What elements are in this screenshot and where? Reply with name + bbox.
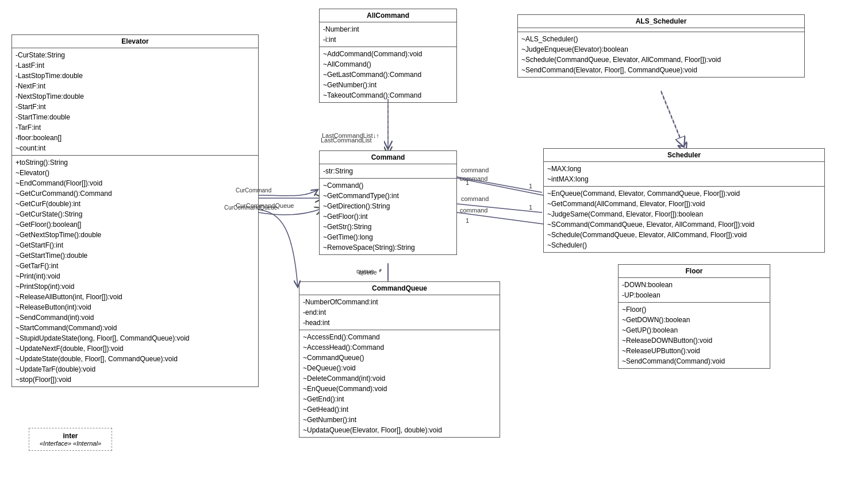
elevator-class: Elevator -CurState:String -LastF:int -La… [11,34,259,387]
allcommand-attributes: -Number:int -i:int [320,22,456,47]
one-label-2: 1 [466,217,469,224]
svg-text:1: 1 [529,204,532,211]
svg-line-3 [457,212,543,224]
commandqueue-class: CommandQueue -NumberOfCommand:int -end:i… [299,281,500,438]
alsscheduler-attributes [518,28,804,32]
svg-line-1 [661,92,684,148]
svg-line-7 [661,91,684,147]
floor-class: Floor -DOWN:boolean -UP:boolean ~Floor()… [618,264,770,369]
diagram-container: Elevator -CurState:String -LastF:int -La… [0,0,868,487]
queue-label: queue [356,268,374,275]
commandqueue-methods: ~AccessEnd():Command ~AccessHead():Comma… [299,330,500,437]
scheduler-attributes: ~MAX:long ~intMAX:long [544,162,824,187]
alsscheduler-methods: ~ALS_Scheduler() ~JudgeEnqueue(Elevator)… [518,32,804,77]
command-methods: ~Command() ~GetCommandType():int ~GetDir… [320,179,456,254]
command-label-1: command [460,175,487,182]
command-class: Command -str:String ~Command() ~GetComma… [319,150,457,255]
scheduler-class: Scheduler ~MAX:long ~intMAX:long ~EnQueu… [543,148,825,253]
elevator-methods: +toString():String ~Elevator() ~EndComma… [12,156,258,386]
interface-stereo: «Interface» «Internal» [35,440,106,447]
command-title: Command [320,151,456,164]
interface-box: inter «Interface» «Internal» [29,428,112,451]
allcommand-class: AllCommand -Number:int -i:int ~AddComman… [319,9,457,103]
svg-text:1: 1 [529,183,532,190]
svg-text:command: command [461,195,489,202]
scheduler-title: Scheduler [544,149,824,162]
curcommandqueue-label: CurCommandQueue [236,202,294,209]
commandqueue-title: CommandQueue [299,282,500,295]
interface-title: inter [35,432,106,440]
one-label-1: 1 [466,179,469,186]
floor-title: Floor [619,265,770,278]
elevator-title: Elevator [12,35,258,48]
svg-text:command: command [461,167,489,173]
allcommand-methods: ~AddCommand(Command):void ~AllCommand() … [320,47,456,102]
lastcommandlist-label: LastCommandList [321,137,372,144]
alsscheduler-class: ALS_Scheduler ~ALS_Scheduler() ~JudgeEnq… [517,14,805,78]
alsscheduler-title: ALS_Scheduler [518,15,804,28]
commandqueue-attributes: -NumberOfCommand:int -end:int -head:int [299,295,500,330]
floor-attributes: -DOWN:boolean -UP:boolean [619,278,770,303]
floor-methods: ~Floor() ~GetDOWN():boolean ~GetUP():boo… [619,303,770,368]
command-label-2: command [460,207,487,214]
scheduler-methods: ~EnQueue(Command, Elevator, CommandQueue… [544,187,824,252]
command-attributes: -str:String [320,164,456,179]
elevator-attributes: -CurState:String -LastF:int -LastStopTim… [12,48,258,156]
star-label: * [379,268,382,275]
allcommand-title: AllCommand [320,9,456,22]
